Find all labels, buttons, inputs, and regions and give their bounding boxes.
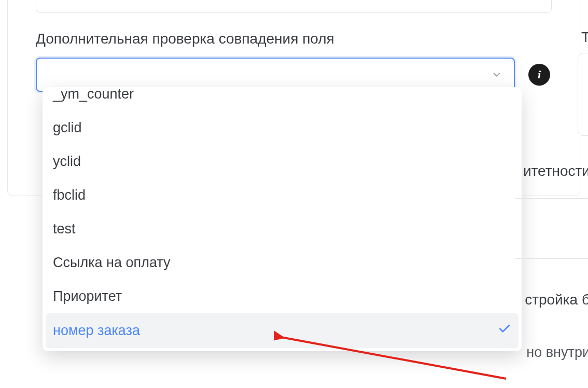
match-field-dropdown: _ym_counter gclid yclid fbclid test Ссыл… <box>43 87 522 351</box>
check-icon <box>498 322 511 339</box>
dropdown-option-label: fbclid <box>53 187 86 203</box>
dropdown-option-order-number[interactable]: номер заказа <box>46 313 519 348</box>
dropdown-option-fbclid[interactable]: fbclid <box>46 178 519 212</box>
right-divider-2 <box>515 258 588 259</box>
dropdown-option-label: Ссылка на оплату <box>53 255 171 271</box>
dropdown-option-label: _ym_counter <box>53 87 134 102</box>
dropdown-option-label: номер заказа <box>53 323 140 339</box>
dropdown-option-yclid[interactable]: yclid <box>46 145 519 178</box>
dropdown-option-gclid[interactable]: gclid <box>46 111 519 145</box>
dropdown-option-label: Приоритет <box>53 288 122 304</box>
right-label-4: но внутри <box>526 344 588 361</box>
right-label-3: стройка б <box>525 292 588 308</box>
info-icon[interactable]: i <box>528 64 550 86</box>
dropdown-option-label: test <box>53 221 76 237</box>
top-text-input[interactable] <box>36 0 552 13</box>
right-label-1: Т <box>581 29 588 46</box>
dropdown-option-priority[interactable]: Приоритет <box>46 280 519 313</box>
dropdown-option-label: gclid <box>53 120 82 136</box>
info-glyph: i <box>538 68 541 81</box>
dropdown-option-test[interactable]: test <box>46 212 519 246</box>
dropdown-option-payment-link[interactable]: Ссылка на оплату <box>46 246 519 280</box>
right-divider-1 <box>515 198 588 199</box>
additional-match-check-label: Дополнительная проверка совпадения поля <box>36 31 552 47</box>
dropdown-option-label: yclid <box>53 154 81 170</box>
viewport: Дополнительная проверка совпадения поля … <box>0 0 588 388</box>
chevron-down-icon <box>491 69 502 80</box>
dropdown-option-ym-counter[interactable]: _ym_counter <box>46 87 519 111</box>
